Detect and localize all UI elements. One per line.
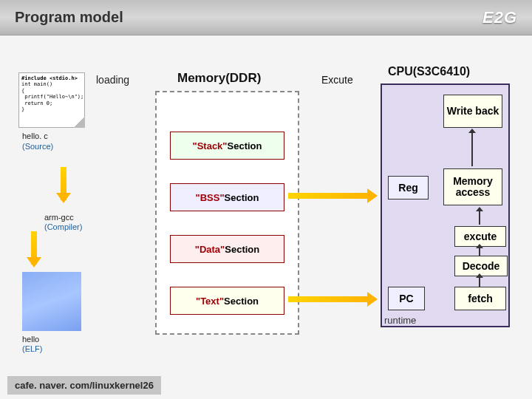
cpu-pc: PC <box>388 287 425 310</box>
cpu-title: CPU(S3C6410) <box>388 65 470 78</box>
compiler-label: (Compiler) <box>44 222 82 231</box>
diagram-area: #include <stdio.h> int main() { printf("… <box>0 35 532 368</box>
logo: E2G <box>482 8 517 27</box>
code-include: #include <stdio.h> <box>21 75 82 81</box>
cpu-writeback: Write back <box>443 95 502 128</box>
source-code-box: #include <stdio.h> int main() { printf("… <box>18 72 85 128</box>
hello-c-label: hello. c <box>22 132 48 140</box>
cpu-memaccess: Memory access <box>443 168 502 205</box>
data-section: "Data" Section <box>170 235 284 263</box>
arrow-exc-mem <box>479 211 480 225</box>
loading-label: loading <box>96 74 129 86</box>
text-section: "Text" Section <box>170 287 284 315</box>
source-label: (Source) <box>22 142 53 151</box>
footer-link[interactable]: cafe. naver. com/linuxkernel26 <box>7 376 161 395</box>
elf-box <box>22 272 81 331</box>
cpu-reg: Reg <box>388 176 429 200</box>
runtime-label: runtime <box>384 315 416 326</box>
stack-section: "Stack" Section <box>170 132 284 160</box>
arrow-dec-exc <box>479 248 480 256</box>
arrow-text-pc <box>288 296 367 302</box>
arrow-down-compile <box>61 167 66 200</box>
arm-gcc-label: arm-gcc <box>44 213 74 222</box>
arrow-mem-wb <box>471 133 473 166</box>
arrow-bss-reg <box>288 193 367 199</box>
page-title: Program model <box>15 9 123 26</box>
elf-label: (ELF) <box>22 344 43 353</box>
arrow-down-elf <box>31 231 37 265</box>
bss-section: "BSS" Section <box>170 183 284 211</box>
header-bar: Program model E2G <box>0 0 532 35</box>
code-body: int main() { printf("Hello~\n"); return … <box>21 81 82 112</box>
excute-label: Excute <box>321 74 353 86</box>
memory-title: Memory(DDR) <box>177 71 261 86</box>
hello-label: hello <box>22 335 39 344</box>
arrow-fetch-dec <box>479 278 480 287</box>
cpu-fetch: fetch <box>454 287 506 310</box>
